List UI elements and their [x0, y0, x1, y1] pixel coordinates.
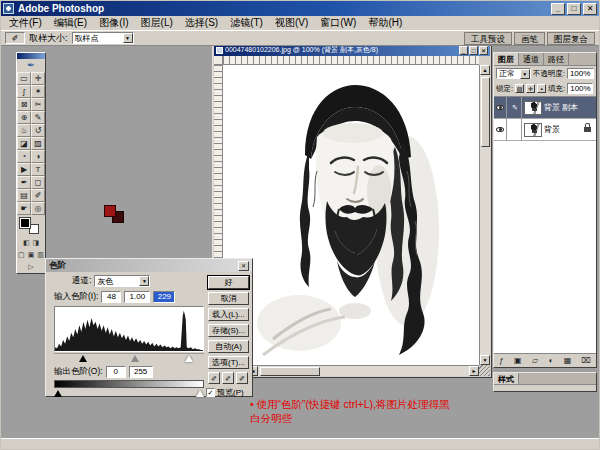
title-bar[interactable]: Adobe Photoshop _ □ ✕ [1, 1, 599, 16]
levels-title-bar[interactable]: 色阶 ✕ [46, 259, 252, 272]
delete-layer-icon[interactable]: ⌧ [582, 356, 591, 365]
doc-close-button[interactable]: ✕ [479, 46, 488, 55]
options-button[interactable]: 选项(T)... [208, 356, 249, 369]
menu-select[interactable]: 选择(S) [179, 15, 224, 31]
layer-row-background-copy[interactable]: ✎ 背景 副本 [494, 97, 596, 119]
white-point-eyedropper-icon[interactable]: ✐ [236, 372, 248, 384]
save-button[interactable]: 存储(S)... [208, 324, 249, 337]
tool-rectangular-marquee[interactable]: ▭ [17, 72, 31, 85]
visibility-toggle[interactable] [494, 119, 507, 141]
menu-edit[interactable]: 编辑(E) [48, 15, 93, 31]
output-black-slider[interactable] [54, 390, 62, 397]
input-gamma-field[interactable]: 1.00 [124, 291, 150, 303]
scroll-up-icon[interactable]: ▲ [480, 65, 490, 75]
doc-maximize-button[interactable]: □ [469, 46, 478, 55]
output-white-field[interactable]: 255 [129, 366, 153, 378]
scroll-right-icon[interactable]: ► [469, 366, 479, 376]
opacity-dropdown[interactable]: 100% [567, 68, 594, 79]
maximize-button[interactable]: □ [567, 3, 581, 15]
load-button[interactable]: 载入(L)... [208, 308, 249, 321]
tool-shape[interactable]: ◻ [31, 176, 45, 189]
output-black-field[interactable]: 0 [106, 366, 126, 378]
horizontal-scrollbar[interactable]: 100% ◄ ► [214, 365, 479, 376]
tool-healing-brush[interactable]: ⊕ [17, 111, 31, 124]
horizontal-scroll-thumb[interactable] [260, 367, 320, 376]
tool-gradient[interactable]: ▨ [31, 137, 45, 150]
well-tab-layer-comps[interactable]: 图层复合 [547, 32, 595, 45]
tool-pen[interactable]: ✒ [17, 176, 31, 189]
tool-slice[interactable]: ✂ [31, 98, 45, 111]
tool-dodge[interactable]: ◑ [31, 150, 45, 163]
well-tab-tool-presets[interactable]: 工具预设 [464, 32, 512, 45]
tool-hand[interactable]: ☛ [17, 202, 31, 215]
current-tool-icon[interactable]: ✐ [5, 32, 25, 44]
well-tab-brushes[interactable]: 画笔 [514, 32, 545, 45]
cancel-button[interactable]: 取消 [208, 292, 249, 305]
blend-mode-dropdown[interactable]: 正常 ▼ [496, 68, 531, 79]
canvas[interactable] [223, 65, 479, 365]
tool-eraser[interactable]: ◪ [17, 137, 31, 150]
tool-lasso[interactable]: ʃ [17, 85, 31, 98]
menu-image[interactable]: 图像(I) [93, 15, 134, 31]
channel-dropdown[interactable]: 灰色 ▼ [94, 275, 150, 287]
scroll-down-icon[interactable]: ▼ [480, 355, 490, 365]
tab-styles[interactable]: 样式 [494, 373, 519, 384]
close-button[interactable]: ✕ [583, 3, 597, 15]
visibility-toggle[interactable] [494, 97, 507, 119]
levels-close-icon[interactable]: ✕ [238, 261, 249, 271]
tool-path-selection[interactable]: ▶ [17, 163, 31, 176]
screen-mode-standard-button[interactable]: ▢ [18, 249, 25, 261]
tool-clone-stamp[interactable]: ♨ [17, 124, 31, 137]
vertical-scrollbar[interactable]: ▲ ▼ [479, 65, 490, 365]
layer-name[interactable]: 背景 副本 [544, 102, 578, 113]
menu-view[interactable]: 视图(V) [269, 15, 314, 31]
tool-crop[interactable]: ⊠ [17, 98, 31, 111]
layer-row-background[interactable]: 背景 [494, 119, 596, 141]
tool-notes[interactable]: ▤ [17, 189, 31, 202]
black-point-eyedropper-icon[interactable]: ✐ [208, 372, 220, 384]
menu-help[interactable]: 帮助(H) [362, 15, 408, 31]
quickmask-mode-button[interactable]: ◨ [33, 237, 40, 249]
resize-grip[interactable] [479, 365, 490, 376]
new-layer-icon[interactable]: ▦ [564, 356, 572, 365]
input-black-slider[interactable] [79, 355, 87, 362]
tool-eyedropper[interactable]: ✐ [31, 189, 45, 202]
layer-name[interactable]: 背景 [544, 124, 560, 135]
foreground-red-swatch[interactable] [104, 205, 116, 217]
minimize-button[interactable]: _ [551, 3, 565, 15]
ok-button[interactable]: 好 [208, 276, 249, 289]
fill-dropdown[interactable]: 100% [567, 83, 593, 94]
tool-move[interactable]: ✛ [31, 72, 45, 85]
input-white-slider[interactable] [185, 355, 193, 362]
add-layer-style-icon[interactable]: ƒ [499, 356, 503, 365]
tab-paths[interactable]: 路径 [544, 53, 569, 65]
menu-layer[interactable]: 图层(L) [135, 15, 179, 31]
screen-mode-full-menubar-button[interactable]: ▣ [28, 249, 35, 261]
gray-point-eyedropper-icon[interactable]: ✐ [222, 372, 234, 384]
doc-minimize-button[interactable]: _ [459, 46, 468, 55]
foreground-color-swatch[interactable] [20, 218, 30, 228]
output-white-slider[interactable] [196, 390, 204, 397]
menu-filter[interactable]: 滤镜(T) [224, 15, 269, 31]
menu-file[interactable]: 文件(F) [3, 15, 48, 31]
input-white-field[interactable]: 229 [153, 291, 175, 303]
standard-mode-button[interactable]: ◧ [23, 237, 30, 249]
tool-zoom[interactable]: ◎ [31, 202, 45, 215]
new-adjustment-layer-icon[interactable]: ◐ [548, 356, 553, 365]
tool-type[interactable]: T [31, 163, 45, 176]
sample-size-dropdown[interactable]: 取样点 ▼ [72, 32, 134, 44]
jump-to-imageready-button[interactable]: ▷ [28, 261, 33, 273]
tool-magic-wand[interactable]: ✶ [31, 85, 45, 98]
lock-transparency-icon[interactable]: ▨ [515, 84, 524, 93]
tool-history-brush[interactable]: ↺ [31, 124, 45, 137]
tab-channels[interactable]: 通道 [519, 53, 544, 65]
menu-window[interactable]: 窗口(W) [314, 15, 362, 31]
new-layer-set-icon[interactable]: ▱ [532, 356, 538, 365]
add-layer-mask-icon[interactable]: ▣ [514, 356, 522, 365]
lock-all-icon[interactable]: ▪ [537, 84, 546, 93]
tab-layers[interactable]: 图层 [494, 53, 519, 65]
tool-blur[interactable]: ◔ [17, 150, 31, 163]
input-gamma-slider[interactable] [131, 355, 139, 362]
layer-thumbnail[interactable] [524, 101, 542, 115]
screen-mode-full-button[interactable]: ▥ [37, 249, 44, 261]
